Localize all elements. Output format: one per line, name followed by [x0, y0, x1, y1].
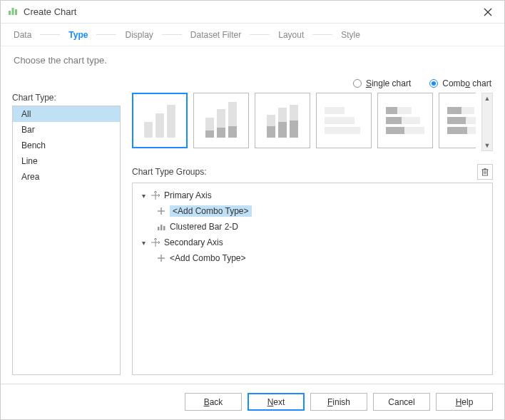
- step-style[interactable]: Style: [338, 29, 363, 41]
- window-title: Create Chart: [24, 6, 479, 17]
- tree-node-add-combo-primary[interactable]: <Add Combo Type>: [136, 203, 489, 219]
- plus-icon: [155, 205, 167, 217]
- tree-node-clustered-bar[interactable]: Clustered Bar 2-D: [136, 219, 489, 235]
- chart-thumb-grouped-bar[interactable]: [193, 93, 249, 148]
- tree-node-add-combo-secondary[interactable]: <Add Combo Type>: [136, 250, 489, 266]
- chart-type-item-line[interactable]: Line: [13, 153, 120, 169]
- thumbnail-scrollbar[interactable]: ▲ ▼: [481, 93, 493, 151]
- chart-thumbnail-scroll: [132, 93, 476, 151]
- right-column: ▲ ▼ Chart Type Groups: ▾ Primary Axis: [132, 93, 493, 375]
- step-separator: [96, 34, 116, 35]
- wizard-steps: Data Type Display Dataset Filter Layout …: [1, 24, 504, 46]
- svg-rect-1: [12, 8, 14, 15]
- create-chart-dialog: Create Chart Data Type Display Dataset F…: [0, 0, 505, 420]
- chart-type-groups-tree[interactable]: ▾ Primary Axis <Add Combo Type>: [132, 183, 493, 375]
- tree-node-primary-axis[interactable]: ▾ Primary Axis: [136, 188, 489, 203]
- svg-rect-2: [15, 9, 17, 15]
- close-icon[interactable]: [479, 3, 497, 21]
- step-separator: [162, 34, 182, 35]
- chart-type-groups-label: Chart Type Groups:: [132, 167, 207, 177]
- scroll-down-icon[interactable]: ▼: [484, 142, 491, 149]
- single-chart-label: Single chart: [366, 78, 411, 88]
- radio-icon: [429, 79, 438, 88]
- chart-type-item-bar[interactable]: Bar: [13, 122, 120, 138]
- axis-icon: [150, 237, 161, 248]
- add-combo-type-label: <Add Combo Type>: [170, 253, 246, 263]
- bar-chart-icon: [155, 221, 167, 232]
- step-separator: [312, 34, 332, 35]
- scroll-up-icon[interactable]: ▲: [484, 95, 491, 102]
- cancel-button[interactable]: Cancel: [373, 393, 430, 411]
- step-separator: [250, 34, 270, 35]
- combo-chart-label: Combo chart: [442, 78, 491, 88]
- chart-type-item-bench[interactable]: Bench: [13, 138, 120, 153]
- svg-rect-0: [9, 11, 11, 15]
- delete-button[interactable]: [477, 164, 493, 180]
- clustered-bar-label: Clustered Bar 2-D: [170, 222, 238, 232]
- step-dataset-filter[interactable]: Dataset Filter: [188, 29, 244, 41]
- svg-rect-16: [160, 225, 163, 230]
- secondary-axis-label: Secondary Axis: [164, 237, 223, 247]
- chart-mode-radios: Single chart Combo chart: [1, 74, 504, 93]
- next-button[interactable]: Next: [248, 393, 305, 411]
- step-data[interactable]: Data: [11, 29, 34, 41]
- help-button[interactable]: Help: [436, 393, 493, 411]
- button-bar: Back Next Finish Cancel Help: [1, 384, 504, 419]
- chart-thumb-hbar-simple[interactable]: [316, 93, 372, 148]
- svg-rect-17: [163, 226, 165, 230]
- chart-type-label: Chart Type:: [12, 93, 121, 103]
- back-button[interactable]: Back: [185, 393, 242, 411]
- axis-icon: [150, 190, 161, 201]
- chart-thumb-clustered-bar[interactable]: [132, 93, 188, 148]
- svg-rect-15: [158, 227, 160, 230]
- step-type[interactable]: Type: [66, 29, 91, 41]
- chart-thumb-hbar-stacked[interactable]: [439, 93, 476, 148]
- chevron-down-icon[interactable]: ▾: [140, 192, 147, 200]
- chart-type-item-all[interactable]: All: [13, 106, 120, 122]
- chart-thumb-hbar-grouped[interactable]: [377, 93, 433, 148]
- single-chart-option[interactable]: Single chart: [353, 78, 411, 88]
- step-separator: [40, 34, 60, 35]
- plus-icon: [155, 252, 167, 264]
- chart-thumb-stacked-bar[interactable]: [255, 93, 310, 148]
- trash-icon: [481, 168, 489, 176]
- finish-button[interactable]: Finish: [310, 393, 367, 411]
- groups-header: Chart Type Groups:: [132, 164, 493, 180]
- chart-type-column: Chart Type: All Bar Bench Line Area: [12, 93, 121, 375]
- add-combo-type-label: <Add Combo Type>: [170, 205, 252, 217]
- step-layout[interactable]: Layout: [275, 29, 307, 41]
- main-area: Chart Type: All Bar Bench Line Area: [1, 93, 504, 384]
- chart-type-item-area[interactable]: Area: [13, 169, 120, 185]
- chart-type-list[interactable]: All Bar Bench Line Area: [12, 106, 121, 375]
- radio-icon: [353, 79, 362, 88]
- tree-node-secondary-axis[interactable]: ▾ Secondary Axis: [136, 235, 489, 250]
- step-display[interactable]: Display: [122, 29, 155, 41]
- chart-icon: [8, 6, 18, 18]
- primary-axis-label: Primary Axis: [164, 190, 212, 200]
- subtitle-text: Choose the chart type.: [1, 46, 504, 74]
- titlebar: Create Chart: [1, 1, 504, 24]
- chevron-down-icon[interactable]: ▾: [140, 239, 147, 247]
- chart-thumbnail-row: ▲ ▼: [132, 93, 493, 151]
- combo-chart-option[interactable]: Combo chart: [429, 78, 491, 88]
